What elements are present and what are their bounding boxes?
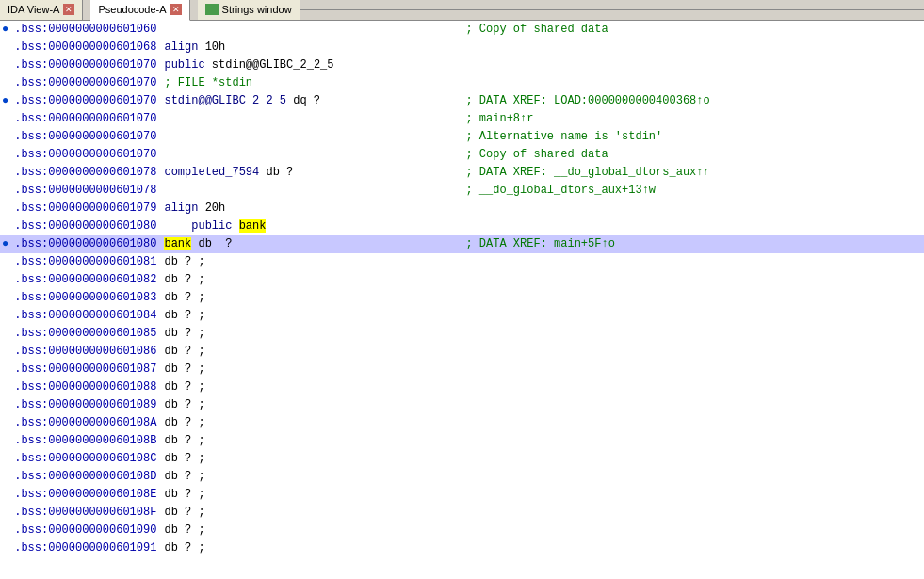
comment-cell: [462, 307, 924, 325]
tab-bar: IDA View-A ✕ Pseudocode-A ✕ Strings wind…: [0, 0, 924, 21]
bullet-cell: [0, 539, 10, 557]
bullet-cell: [0, 253, 10, 271]
table-row[interactable]: .bss:000000000060108A db ? ;: [0, 414, 924, 432]
table-row[interactable]: ●.bss:0000000000601070stdin@@GLIBC_2_2_5…: [0, 92, 924, 110]
table-row[interactable]: .bss:0000000000601070; main+8↑r: [0, 110, 924, 128]
instruction-cell: [160, 21, 462, 39]
bullet-cell: [0, 361, 10, 378]
tab-strings-window-label: Strings window: [222, 4, 292, 15]
address-cell: .bss:0000000000601080: [10, 217, 160, 235]
table-row[interactable]: .bss:0000000000601090 db ? ;: [0, 522, 924, 539]
comment-cell: ; DATA XREF: LOAD:0000000000400368↑o: [462, 92, 924, 110]
bullet-cell: [0, 307, 10, 325]
comment-cell: ; __do_global_dtors_aux+13↑w: [462, 182, 924, 200]
address-cell: .bss:0000000000601083: [10, 289, 160, 307]
comment-cell: [462, 468, 924, 486]
address-cell: .bss:0000000000601082: [10, 271, 160, 289]
instruction-cell: stdin@@GLIBC_2_2_5 dq ?: [160, 92, 462, 110]
table-row[interactable]: .bss:0000000000601078completed_7594 db ?…: [0, 164, 924, 182]
instruction-cell: db ? ;: [160, 271, 462, 289]
table-row[interactable]: .bss:0000000000601089 db ? ;: [0, 396, 924, 414]
address-cell: .bss:0000000000601070: [10, 74, 160, 92]
table-row[interactable]: .bss:000000000060108B db ? ;: [0, 432, 924, 450]
instruction-cell: db ? ;: [160, 468, 462, 486]
instruction-cell: [160, 146, 462, 164]
comment-cell: [462, 486, 924, 504]
table-row[interactable]: .bss:0000000000601091 db ? ;: [0, 539, 924, 557]
comment-cell: [462, 200, 924, 217]
bullet-cell: [0, 432, 10, 450]
address-cell: .bss:0000000000601090: [10, 522, 160, 539]
address-cell: .bss:0000000000601079: [10, 200, 160, 217]
table-row[interactable]: .bss:000000000060108E db ? ;: [0, 486, 924, 504]
table-row[interactable]: .bss:000000000060108F db ? ;: [0, 504, 924, 522]
table-row[interactable]: .bss:0000000000601079 align 20h: [0, 200, 924, 217]
address-cell: .bss:0000000000601084: [10, 307, 160, 325]
table-row[interactable]: ●.bss:0000000000601060; Copy of shared d…: [0, 21, 924, 39]
bullet-cell: [0, 396, 10, 414]
instruction-cell: db ? ;: [160, 343, 462, 361]
address-cell: .bss:0000000000601070: [10, 146, 160, 164]
instruction-cell: db ? ;: [160, 450, 462, 468]
bullet-cell: [0, 56, 10, 74]
tab-pseudocode-a[interactable]: Pseudocode-A ✕: [90, 0, 189, 21]
comment-cell: ; Copy of shared data: [462, 21, 924, 39]
tab-ida-view-a-close[interactable]: ✕: [63, 4, 74, 15]
strings-icon: [205, 4, 219, 15]
instruction-cell: db ? ;: [160, 522, 462, 539]
table-row[interactable]: .bss:0000000000601087 db ? ;: [0, 361, 924, 378]
table-row[interactable]: .bss:0000000000601070; FILE *stdin: [0, 74, 924, 92]
comment-cell: [462, 539, 924, 557]
bullet-cell: [0, 110, 10, 128]
bullet-cell: [0, 164, 10, 182]
table-row[interactable]: .bss:0000000000601086 db ? ;: [0, 343, 924, 361]
comment-cell: ; DATA XREF: main+5F↑o: [462, 235, 924, 253]
comment-cell: [462, 217, 924, 235]
comment-cell: ; DATA XREF: __do_global_dtors_aux↑r: [462, 164, 924, 182]
comment-cell: [462, 414, 924, 432]
bullet-cell: [0, 378, 10, 396]
bullet-cell: [0, 468, 10, 486]
table-row[interactable]: .bss:0000000000601082 db ? ;: [0, 271, 924, 289]
table-row[interactable]: .bss:0000000000601070; Alternative name …: [0, 128, 924, 146]
bullet-cell: [0, 39, 10, 56]
instruction-cell: db ? ;: [160, 504, 462, 522]
tab-spacer-1: [83, 0, 90, 21]
comment-cell: ; Alternative name is 'stdin': [462, 128, 924, 146]
code-view[interactable]: ●.bss:0000000000601060; Copy of shared d…: [0, 21, 924, 579]
comment-cell: [462, 39, 924, 56]
bullet-cell: [0, 146, 10, 164]
table-row[interactable]: .bss:0000000000601070 public stdin@@GLIB…: [0, 56, 924, 74]
bullet-cell: [0, 414, 10, 432]
address-cell: .bss:0000000000601086: [10, 343, 160, 361]
table-row[interactable]: .bss:0000000000601078; __do_global_dtors…: [0, 182, 924, 200]
table-row[interactable]: .bss:000000000060108D db ? ;: [0, 468, 924, 486]
table-row[interactable]: ●.bss:0000000000601080bank db ?; DATA XR…: [0, 235, 924, 253]
instruction-cell: db ? ;: [160, 289, 462, 307]
comment-cell: [462, 522, 924, 539]
table-row[interactable]: .bss:0000000000601081 db ? ;: [0, 253, 924, 271]
table-row[interactable]: .bss:000000000060108C db ? ;: [0, 450, 924, 468]
table-row[interactable]: .bss:0000000000601088 db ? ;: [0, 378, 924, 396]
tab-strings-window[interactable]: Strings window: [198, 0, 300, 21]
table-row[interactable]: .bss:0000000000601084 db ? ;: [0, 307, 924, 325]
instruction-cell: db ? ;: [160, 253, 462, 271]
instruction-cell: align 20h: [160, 200, 462, 217]
comment-cell: [462, 289, 924, 307]
tab-ida-view-a[interactable]: IDA View-A ✕: [0, 0, 83, 21]
comment-cell: [462, 253, 924, 271]
content-area: ●.bss:0000000000601060; Copy of shared d…: [0, 21, 924, 579]
table-row[interactable]: .bss:0000000000601083 db ? ;: [0, 289, 924, 307]
instruction-cell: align 10h: [160, 39, 462, 56]
table-row[interactable]: .bss:0000000000601070; Copy of shared da…: [0, 146, 924, 164]
comment-cell: [462, 361, 924, 378]
address-cell: .bss:000000000060108A: [10, 414, 160, 432]
tab-bar-fill: [300, 9, 924, 10]
table-row[interactable]: .bss:0000000000601080 public bank: [0, 217, 924, 235]
tab-pseudocode-a-close[interactable]: ✕: [170, 4, 182, 15]
table-row[interactable]: .bss:0000000000601085 db ? ;: [0, 325, 924, 343]
tab-pseudocode-a-label: Pseudocode-A: [98, 4, 166, 15]
tab-ida-view-a-label: IDA View-A: [8, 4, 59, 15]
bullet-cell: [0, 504, 10, 522]
table-row[interactable]: .bss:0000000000601068 align 10h: [0, 39, 924, 56]
